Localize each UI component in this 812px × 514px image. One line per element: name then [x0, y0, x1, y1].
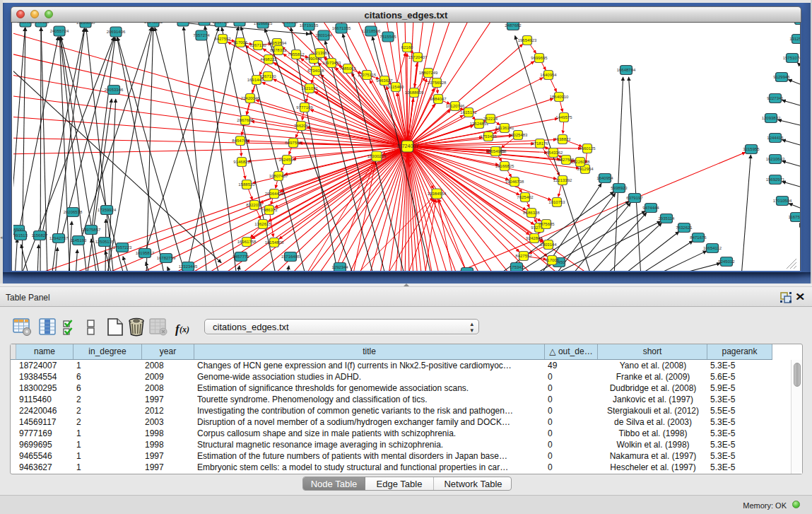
svg-text:16782759: 16782759	[157, 256, 176, 260]
svg-text:18640910: 18640910	[550, 95, 569, 99]
svg-text:9115460: 9115460	[388, 85, 405, 89]
svg-text:1615172: 1615172	[460, 110, 477, 115]
svg-text:19654985: 19654985	[486, 149, 505, 153]
svg-text:1312565: 1312565	[789, 37, 801, 41]
svg-text:16154808: 16154808	[265, 240, 284, 245]
svg-text:17010504: 17010504	[773, 199, 792, 203]
svg-text:2803144: 2803144	[315, 33, 332, 37]
svg-text:6734028: 6734028	[307, 69, 324, 73]
svg-text:16671355: 16671355	[332, 26, 351, 30]
svg-text:20691406: 20691406	[107, 30, 126, 34]
svg-text:12375115: 12375115	[358, 73, 377, 77]
svg-text:12213392: 12213392	[553, 178, 572, 182]
svg-text:15226058: 15226058	[76, 23, 95, 25]
svg-text:10654112: 10654112	[703, 246, 722, 250]
svg-text:8660125: 8660125	[579, 146, 596, 151]
svg-text:417006: 417006	[545, 258, 560, 262]
svg-text:20364436: 20364436	[265, 192, 284, 196]
svg-text:1640954: 1640954	[540, 73, 557, 77]
svg-text:(x): (x)	[180, 325, 189, 334]
svg-text:2718176: 2718176	[531, 141, 548, 146]
svg-text:8186328: 8186328	[523, 211, 540, 215]
svg-text:2867608: 2867608	[237, 118, 254, 122]
svg-text:17957223: 17957223	[113, 245, 132, 250]
svg-text:9474444: 9474444	[642, 206, 659, 210]
svg-text:9242848: 9242848	[526, 236, 543, 240]
svg-text:7625402: 7625402	[517, 195, 534, 199]
svg-text:1588520: 1588520	[238, 182, 255, 187]
svg-text:3875685: 3875685	[538, 222, 555, 226]
svg-text:15716485: 15716485	[281, 255, 300, 259]
svg-text:3912954: 3912954	[577, 167, 594, 171]
svg-text:2718176: 2718176	[175, 23, 192, 23]
svg-text:20756928: 20756928	[428, 81, 447, 85]
svg-text:10688609: 10688609	[405, 90, 424, 95]
svg-text:19654923: 19654923	[518, 38, 537, 42]
svg-text:12093832: 12093832	[762, 116, 781, 120]
svg-text:18300275: 18300275	[367, 154, 387, 158]
svg-text:10807487: 10807487	[269, 174, 288, 178]
svg-text:9463627: 9463627	[376, 78, 393, 83]
svg-text:1621072: 1621072	[301, 86, 318, 90]
svg-text:10195817: 10195817	[136, 251, 155, 255]
svg-text:8427552: 8427552	[515, 254, 532, 258]
svg-text:4498222: 4498222	[260, 57, 277, 62]
svg-text:7986372: 7986372	[261, 208, 278, 212]
svg-text:1145193: 1145193	[71, 238, 88, 243]
svg-text:746206: 746206	[294, 124, 309, 128]
svg-text:19166825: 19166825	[495, 164, 514, 168]
svg-text:7632621: 7632621	[676, 226, 693, 230]
svg-text:7638822: 7638822	[554, 137, 571, 141]
svg-text:18807249: 18807249	[419, 71, 438, 75]
svg-text:1010753: 1010753	[212, 23, 229, 24]
svg-text:20206538: 20206538	[64, 210, 83, 214]
svg-text:20053346: 20053346	[105, 88, 124, 92]
svg-text:2487682: 2487682	[505, 23, 522, 28]
svg-text:1010753: 1010753	[548, 200, 565, 204]
svg-text:7357274: 7357274	[193, 33, 210, 37]
svg-text:12213967: 12213967	[311, 51, 330, 55]
svg-text:9827505: 9827505	[558, 158, 575, 162]
svg-text:9227341: 9227341	[767, 96, 784, 100]
svg-text:3215955: 3215955	[743, 147, 760, 151]
svg-text:1640954: 1640954	[596, 176, 613, 180]
svg-text:15720407: 15720407	[408, 55, 428, 59]
svg-text:14353594: 14353594	[268, 41, 287, 45]
svg-text:1292344: 1292344	[331, 265, 348, 269]
svg-text:10973493: 10973493	[322, 61, 341, 65]
svg-text:1167530: 1167530	[789, 215, 801, 219]
svg-text:22420046: 22420046	[241, 96, 260, 100]
svg-text:1753426: 1753426	[480, 134, 497, 139]
svg-text:9129946: 9129946	[773, 75, 790, 79]
svg-text:6466160: 6466160	[281, 23, 298, 24]
svg-text:10543362: 10543362	[544, 151, 563, 155]
svg-text:9777169: 9777169	[296, 105, 313, 110]
svg-text:2803144: 2803144	[540, 243, 557, 247]
svg-text:252214: 252214	[483, 117, 498, 121]
svg-text:175342: 175342	[510, 265, 524, 269]
svg-text:8660125: 8660125	[33, 23, 49, 24]
svg-text:5938923: 5938923	[611, 186, 628, 190]
svg-text:1449575: 1449575	[555, 115, 572, 119]
svg-text:8678332: 8678332	[270, 48, 287, 52]
svg-text:8322037: 8322037	[246, 203, 263, 207]
svg-text:62160: 62160	[401, 45, 413, 49]
svg-text:10025483: 10025483	[509, 133, 528, 137]
svg-text:15751074: 15751074	[783, 56, 801, 60]
svg-text:8454749: 8454749	[232, 139, 249, 143]
svg-text:9245012: 9245012	[718, 259, 735, 264]
svg-text:16210643: 16210643	[766, 157, 785, 161]
svg-text:3624554: 3624554	[278, 158, 295, 162]
svg-text:9146821: 9146821	[233, 160, 250, 164]
svg-text:14136141: 14136141	[495, 126, 514, 130]
svg-text:12218506: 12218506	[362, 29, 381, 33]
svg-text:12505135: 12505135	[95, 240, 114, 244]
svg-text:8427552: 8427552	[214, 37, 231, 41]
svg-text:991513: 991513	[13, 233, 28, 238]
svg-text:9457771: 9457771	[233, 255, 249, 259]
svg-text:12942757: 12942757	[49, 236, 69, 240]
svg-text:16961758: 16961758	[237, 240, 257, 244]
svg-text:10120746: 10120746	[446, 104, 465, 108]
svg-text:3267130: 3267130	[249, 43, 266, 47]
svg-text:141361: 141361	[460, 270, 475, 271]
